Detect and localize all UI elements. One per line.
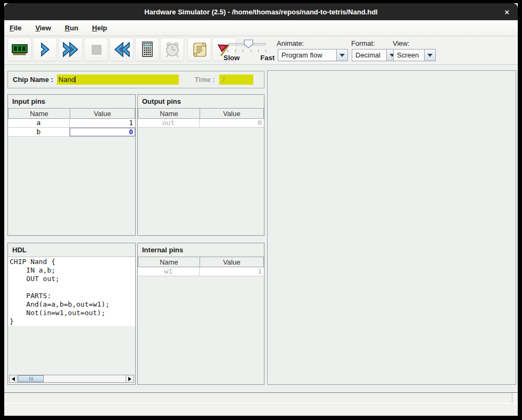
pin-name: a — [8, 119, 70, 128]
pin-value: 1 — [200, 267, 264, 276]
hdl-horizontal-scrollbar[interactable] — [9, 375, 134, 383]
eval-button[interactable] — [135, 38, 159, 61]
run-button[interactable] — [59, 38, 82, 61]
alarm-clock-icon — [163, 40, 181, 59]
chevron-down-icon — [339, 54, 345, 57]
output-pins-header: Name Value — [138, 108, 264, 119]
column-header-value: Value — [200, 108, 264, 119]
speed-slider: Slow Fast — [223, 38, 275, 63]
hdl-code-text: CHIP Nand { IN a,b; OUT out; PARTS: And(… — [8, 257, 135, 326]
chip-name-bar: Chip Name : Nand Time : 7 — [7, 71, 264, 88]
internal-pins-title: Internal pins — [138, 243, 264, 257]
table-row: a 1 — [8, 119, 135, 128]
table-row: b 0 — [8, 128, 135, 137]
view-hdl-button[interactable] — [187, 38, 211, 61]
format-value: Decimal — [352, 50, 386, 61]
app-window: Hardware Simulator (2.5) - /home/thomas/… — [4, 3, 518, 416]
load-chip-button[interactable] — [7, 38, 31, 61]
chip-name-label: Chip Name : — [13, 76, 53, 84]
close-button[interactable]: × — [504, 7, 509, 17]
pin-name: w1 — [138, 267, 200, 276]
reset-button[interactable] — [110, 38, 134, 61]
triangle-left-icon — [12, 377, 15, 381]
single-step-button[interactable] — [33, 38, 57, 61]
input-pins-panel: Input pins Name Value a 1 b 0 — [7, 94, 136, 236]
view-label: View: — [393, 39, 410, 47]
animate-select[interactable]: Program flow — [278, 49, 348, 61]
menu-item-file[interactable]: File — [10, 24, 21, 32]
slider-thumb[interactable] — [244, 39, 253, 51]
animate-dropdown-button[interactable] — [336, 50, 347, 61]
pin-value-editing[interactable]: 0 — [70, 128, 135, 137]
double-chevron-right-icon — [61, 41, 80, 58]
pin-value[interactable]: 1 — [70, 119, 135, 128]
animate-label: Animate: — [277, 39, 304, 47]
time-label: Time : — [195, 76, 215, 84]
chip-name-input[interactable]: Nand — [57, 75, 179, 85]
input-pins-title: Input pins — [8, 95, 135, 108]
column-header-name: Name — [138, 257, 200, 267]
scroll-left-button[interactable] — [10, 375, 18, 382]
internal-pins-panel: Internal pins Name Value w1 1 — [137, 243, 264, 385]
menu-item-view[interactable]: View — [35, 24, 51, 32]
scrollbar-thumb[interactable] — [18, 375, 44, 382]
input-pins-header: Name Value — [8, 108, 135, 119]
window-title: Hardware Simulator (2.5) - /home/thomas/… — [144, 8, 377, 16]
column-header-value: Value — [200, 257, 264, 267]
calculator-icon — [138, 40, 156, 59]
chevron-down-icon — [427, 54, 433, 57]
status-bar — [4, 392, 518, 403]
table-row: out 0 — [138, 119, 264, 128]
slider-fast-label: Fast — [260, 54, 275, 62]
column-header-name: Name — [8, 108, 70, 119]
scroll-icon — [190, 40, 209, 59]
menu-item-help[interactable]: Help — [92, 24, 107, 32]
table-row: w1 1 — [138, 267, 264, 276]
animate-value: Program flow — [278, 50, 336, 61]
clock-button[interactable] — [160, 38, 184, 61]
hdl-code-view: CHIP Nand { IN a,b; OUT out; PARTS: And(… — [8, 257, 135, 326]
toolbar: Slow Fast Animate: Program flow Format: … — [4, 36, 518, 65]
slider-ticks — [228, 50, 266, 52]
output-pins-title: Output pins — [138, 95, 264, 108]
stop-button[interactable] — [84, 38, 108, 61]
view-value: Screen — [394, 50, 424, 61]
memory-chip-icon — [11, 40, 29, 59]
pin-value: 0 — [200, 119, 264, 128]
menu-bar: File View Run Help — [4, 20, 518, 36]
format-select[interactable]: Decimal — [352, 49, 398, 61]
output-pins-panel: Output pins Name Value out 0 — [137, 94, 264, 236]
pin-name: out — [138, 119, 200, 128]
menu-item-run[interactable]: Run — [65, 24, 78, 32]
status-bar-grip — [512, 393, 518, 403]
time-field: 7 — [219, 75, 253, 85]
screen-panel — [267, 70, 516, 385]
view-select[interactable]: Screen — [393, 49, 436, 61]
pin-name: b — [8, 128, 70, 137]
chevron-right-icon — [37, 41, 54, 58]
double-chevron-left-icon — [112, 41, 131, 58]
view-dropdown-button[interactable] — [424, 50, 435, 61]
internal-pins-header: Name Value — [138, 257, 264, 267]
hdl-title: HDL — [8, 243, 135, 257]
hdl-panel: HDL CHIP Nand { IN a,b; OUT out; PARTS: … — [7, 243, 136, 385]
format-label: Format: — [351, 39, 375, 47]
scroll-right-button[interactable] — [126, 375, 134, 382]
title-bar: Hardware Simulator (2.5) - /home/thomas/… — [4, 3, 518, 20]
column-header-name: Name — [138, 108, 200, 119]
column-header-value: Value — [70, 108, 135, 119]
gray-square-icon — [88, 41, 105, 58]
triangle-right-icon — [128, 377, 131, 381]
slider-slow-label: Slow — [223, 54, 239, 62]
text-cursor — [75, 76, 76, 83]
